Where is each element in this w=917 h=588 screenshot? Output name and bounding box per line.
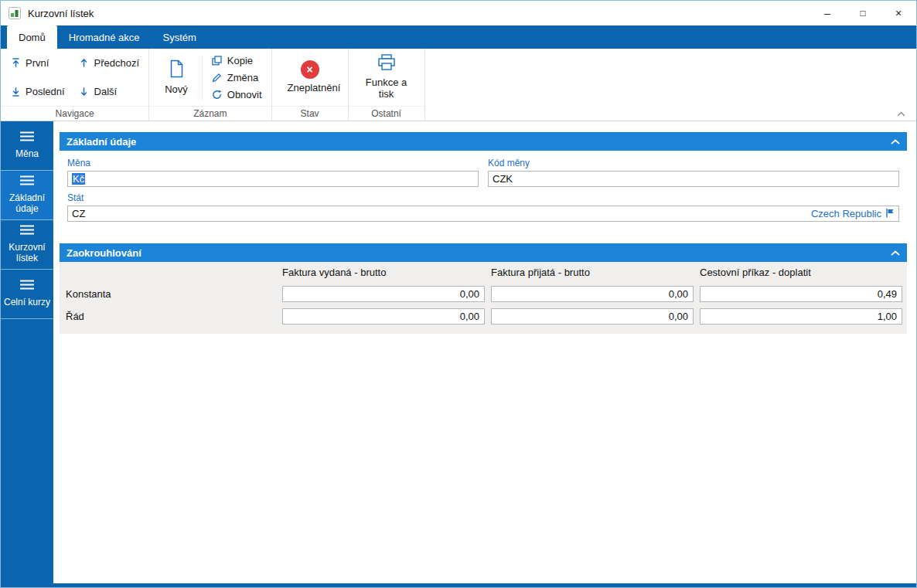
konstanta-cestovni-prikaz-input[interactable]: 0,49 (700, 286, 902, 302)
field-stat: Stát CZ Czech Republic (67, 192, 899, 222)
row-label-konstanta: Konstanta (60, 283, 276, 305)
row-label-rad: Řád (60, 305, 276, 328)
first-button[interactable]: První (10, 57, 65, 69)
content-area: Základní údaje Měna Kč (53, 121, 916, 583)
group-label-ostatni: Ostatní (349, 106, 424, 121)
app-icon (9, 7, 21, 19)
mena-label: Měna (67, 158, 479, 168)
next-button[interactable]: Další (79, 86, 140, 97)
pencil-icon (212, 73, 223, 83)
previous-label: Předchozí (94, 57, 140, 69)
mena-input[interactable]: Kč (67, 171, 479, 187)
new-button[interactable]: Nový (159, 58, 194, 97)
mena-value-selected: Kč (72, 173, 85, 185)
refresh-icon (212, 90, 223, 100)
konstanta-faktura-vydana-input[interactable]: 0,00 (282, 286, 485, 302)
section-header-rounding[interactable]: Zaokrouhlování (60, 243, 907, 262)
refresh-button[interactable]: Obnovit (212, 89, 262, 100)
kod-meny-input[interactable]: CZK (488, 171, 899, 187)
copy-label: Kopie (227, 55, 253, 66)
last-label: Poslední (26, 86, 65, 97)
ribbon-group-zaznam: Nový Kopie Změna (149, 49, 271, 121)
sidebar-item-label: Měna (15, 149, 39, 160)
arrow-up-to-bar-icon (10, 58, 21, 67)
section-zaokrouhlovani: Zaokrouhlování Faktura vydaná - brutto F… (60, 243, 907, 334)
country-picker[interactable]: Czech Republic (811, 208, 895, 220)
refresh-label: Obnovit (227, 89, 262, 100)
maximize-button[interactable]: □ (845, 1, 881, 25)
ribbon-group-navigace: První Předchozí Poslední (1, 49, 149, 121)
next-label: Další (94, 86, 118, 97)
country-flag-icon (885, 208, 895, 220)
section-title-basic: Základní údaje (66, 136, 136, 148)
list-icon (19, 280, 35, 293)
functions-print-button[interactable]: Funkce a tisk (358, 53, 415, 102)
group-label-navigace: Navigace (1, 106, 148, 121)
red-x-circle-icon: × (301, 60, 319, 79)
sidebar-filler (1, 319, 53, 583)
previous-button[interactable]: Předchozí (79, 57, 140, 69)
group-label-zaznam: Záznam (149, 106, 271, 121)
field-mena: Měna Kč (67, 152, 479, 187)
section-title-rounding: Zaokrouhlování (66, 247, 141, 259)
change-button[interactable]: Změna (212, 72, 262, 83)
copy-button[interactable]: Kopie (212, 55, 262, 66)
last-button[interactable]: Poslední (10, 86, 65, 97)
section-zakladni-udaje: Základní údaje Měna Kč (60, 132, 907, 233)
arrow-up-icon (79, 58, 90, 67)
change-label: Změna (227, 72, 258, 83)
new-document-icon (169, 59, 184, 80)
section-header-basic[interactable]: Základní údaje (60, 132, 907, 151)
stat-label: Stát (67, 192, 899, 203)
chevron-up-icon[interactable] (891, 139, 900, 144)
konstanta-faktura-prijata-input[interactable]: 0,00 (491, 286, 694, 302)
sidebar-item-mena[interactable]: Měna (1, 121, 53, 171)
arrow-down-icon (79, 87, 90, 97)
ribbon: První Předchozí Poslední (1, 49, 916, 121)
main-area: Měna Základní údaje Kurzovní lístek Celn… (1, 121, 916, 583)
ribbon-group-stav: × Zneplatnění Stav (272, 49, 349, 121)
rounding-table: Faktura vydaná - brutto Faktura přijatá … (60, 262, 907, 334)
chevron-up-icon[interactable] (891, 250, 900, 256)
rad-faktura-vydana-input[interactable]: 0,00 (282, 308, 485, 325)
group-label-stav: Stav (272, 106, 348, 121)
window-controls: – □ × (810, 1, 916, 25)
new-label: Nový (165, 84, 188, 96)
rad-faktura-prijata-input[interactable]: 0,00 (491, 308, 694, 325)
country-name: Czech Republic (811, 208, 881, 219)
column-header-faktura-prijata: Faktura přijatá - brutto (491, 262, 694, 283)
list-icon (19, 225, 35, 238)
arrow-down-to-bar-icon (10, 87, 21, 97)
functions-print-label: Funkce a tisk (364, 77, 409, 100)
basic-body: Měna Kč Kód měny CZK (60, 151, 907, 233)
stat-input[interactable]: CZ Czech Republic (67, 206, 899, 222)
rad-cestovni-prikaz-input[interactable]: 1,00 (700, 308, 902, 325)
sidebar: Měna Základní údaje Kurzovní lístek Celn… (1, 121, 53, 583)
sidebar-item-kurzovni-listek[interactable]: Kurzovní lístek (1, 220, 53, 270)
list-icon (19, 175, 35, 189)
sidebar-item-label: Celní kurzy (4, 297, 50, 308)
sidebar-item-zakladni-udaje[interactable]: Základní údaje (1, 171, 53, 220)
ribbon-collapse-chevron-icon[interactable] (897, 111, 905, 117)
kod-meny-label: Kód měny (488, 158, 899, 168)
copy-icon (212, 56, 223, 66)
rounding-corner-cell (60, 262, 276, 283)
printer-icon (377, 54, 396, 73)
titlebar: Kurzovní lístek – □ × (1, 1, 916, 25)
invalidate-label: Zneplatnění (288, 83, 332, 94)
close-button[interactable]: × (881, 1, 916, 25)
ribbon-group-ostatni: Funkce a tisk Ostatní (349, 49, 425, 121)
minimize-button[interactable]: – (810, 1, 845, 25)
sidebar-item-celni-kurzy[interactable]: Celní kurzy (1, 270, 53, 319)
tab-system[interactable]: Systém (151, 25, 207, 49)
list-icon (19, 131, 35, 144)
field-kod-meny: Kód měny CZK (488, 152, 899, 187)
window-bottom-edge (1, 583, 916, 587)
tab-hromadne-akce[interactable]: Hromadné akce (57, 25, 152, 49)
window-title: Kurzovní lístek (28, 8, 94, 19)
app-window: Kurzovní lístek – □ × Domů Hromadné akce… (0, 0, 917, 588)
invalidate-button[interactable]: × Zneplatnění (281, 59, 339, 96)
column-header-cestovni-prikaz: Cestovní příkaz - doplatit (700, 262, 902, 283)
tab-domu[interactable]: Domů (7, 25, 57, 49)
sidebar-item-label: Základní údaje (3, 193, 51, 215)
